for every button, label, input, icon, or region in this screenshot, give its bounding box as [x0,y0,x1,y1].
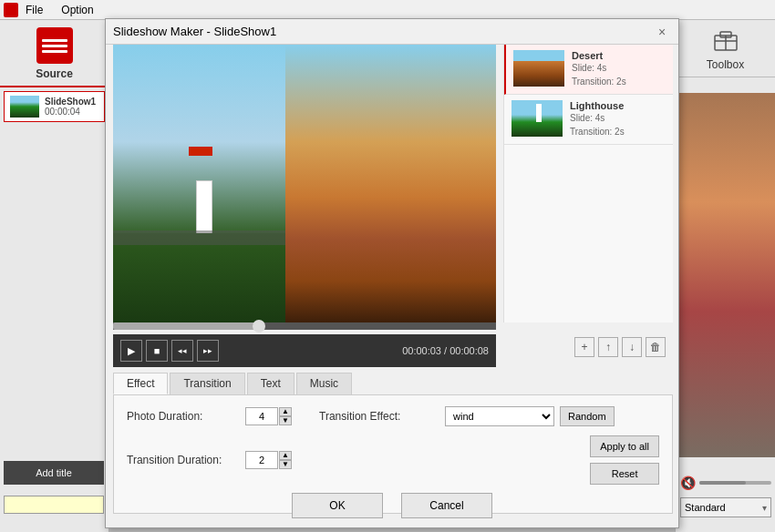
lighthouse-top [189,147,212,156]
play-button[interactable]: ▶ [120,340,142,362]
toolbox-icon-svg [711,28,740,54]
dialog-actions: OK Cancel [106,493,678,518]
toolbox-background-image [675,93,775,457]
app-titlebar: File Option [0,0,775,20]
transition-duration-row: Transition Duration: ▲ ▼ Apply to all Re… [127,435,659,485]
source-icon-line-2 [42,45,67,47]
slide-list: Desert Slide: 4s Transition: 2s Lighthou… [503,45,673,322]
standard-dropdown-value: Standard [685,502,726,513]
slide-actions: + ↑ ↓ 🗑 [503,325,673,369]
photo-duration-down[interactable]: ▼ [279,416,292,425]
transition-duration-label: Transition Duration: [127,454,245,466]
tab-transition[interactable]: Transition [170,373,244,394]
lighthouse-scene [113,45,285,322]
source-text-input[interactable] [4,496,104,514]
toolbox-button[interactable]: Toolbox [676,20,775,77]
slide-delete-button[interactable]: 🗑 [646,337,666,357]
rewind-button[interactable]: ◂◂ [171,340,193,362]
standard-dropdown[interactable]: Standard ▾ [680,497,771,517]
slide-transition-lighthouse: Transition: 2s [570,125,625,138]
slide-slide-lighthouse: Slide: 4s [570,111,625,125]
slide-add-button[interactable]: + [574,337,594,357]
video-progress-thumb [253,320,265,332]
toolbox-label: Toolbox [707,58,744,71]
slide-name-lighthouse: Lighthouse [570,100,625,111]
volume-icon: 🔇 [680,476,696,490]
video-split [113,45,496,322]
app-menu: File Option [22,0,98,19]
source-label: Source [36,67,73,80]
chevron-down-icon: ▾ [762,503,767,513]
cancel-button[interactable]: Cancel [401,493,492,518]
volume-slider-fill [699,481,746,485]
slide-transition-desert: Transition: 2s [572,75,626,88]
source-panel: Source SlideShow1 00:00:04 Add title [0,20,109,532]
video-right-pane [285,45,496,322]
video-time: 00:00:03 / 00:00:08 [402,345,489,356]
video-left-pane [113,45,285,322]
slide-info-desert: Desert Slide: 4s Transition: 2s [572,50,626,88]
slide-name-desert: Desert [572,50,626,61]
tabs-bar: Effect Transition Text Music [113,373,673,395]
transition-duration-spinner: ▲ ▼ [279,451,292,469]
source-item[interactable]: SlideShow1 00:00:04 [4,91,105,122]
dialog-close-button[interactable]: × [653,23,671,41]
slideshow-dialog: Slideshow Maker - SlideShow1 × ▶ ■ ◂◂ ▸▸ [105,18,679,528]
transition-duration-down[interactable]: ▼ [279,460,292,469]
photo-duration-row: Photo Duration: ▲ ▼ Transition Effect: w… [127,406,659,426]
source-item-name: SlideShow1 [45,97,96,107]
tab-music[interactable]: Music [296,373,352,394]
photo-duration-up[interactable]: ▲ [279,407,292,416]
fast-forward-button[interactable]: ▸▸ [197,340,219,362]
transition-effect-label: Transition Effect: [319,410,438,423]
menu-option[interactable]: Option [57,0,97,19]
toolbox-panel: Toolbox 🔇 Standard ▾ [675,20,775,532]
random-button[interactable]: Random [560,406,615,426]
photo-duration-input[interactable] [245,407,278,425]
dialog-title: Slideshow Maker - SlideShow1 [113,25,653,38]
source-icon-line-3 [42,50,67,53]
photo-duration-spinner: ▲ ▼ [279,407,292,425]
source-icon-lines [38,36,71,56]
slide-slide-desert: Slide: 4s [572,61,626,75]
transition-duration-input[interactable] [245,451,278,469]
apply-to-all-button[interactable]: Apply to all [590,435,659,457]
volume-slider[interactable] [699,481,771,485]
ground [113,233,285,322]
slide-item-desert[interactable]: Desert Slide: 4s Transition: 2s [504,45,673,95]
slide-info-lighthouse: Lighthouse Slide: 4s Transition: 2s [570,100,625,138]
stop-button[interactable]: ■ [146,340,168,362]
source-icon [36,27,73,64]
current-time: 00:00:03 [402,345,441,356]
dialog-titlebar: Slideshow Maker - SlideShow1 × [106,19,678,45]
slide-item-lighthouse[interactable]: Lighthouse Slide: 4s Transition: 2s [504,95,673,145]
video-progress-bar[interactable] [113,322,496,330]
source-icon-line-1 [42,39,67,42]
source-item-info: SlideShow1 00:00:04 [45,97,96,117]
ok-button[interactable]: OK [292,493,383,518]
video-progress-fill [113,322,259,330]
photo-duration-label: Photo Duration: [127,410,245,423]
slide-up-button[interactable]: ↑ [598,337,618,357]
source-button[interactable]: Source [0,20,108,87]
source-item-thumbnail [10,96,39,118]
rocks [113,230,285,244]
video-preview [113,45,496,322]
volume-control: 🔇 [680,476,771,490]
transition-duration-up[interactable]: ▲ [279,451,292,460]
menu-file[interactable]: File [22,0,46,19]
reset-button[interactable]: Reset [590,463,659,485]
transition-effect-select[interactable]: wind fade slide zoom [445,406,554,426]
slide-thumbnail-lighthouse [512,100,563,137]
slide-down-button[interactable]: ↓ [622,337,642,357]
tab-text[interactable]: Text [247,373,294,394]
add-title-button[interactable]: Add title [4,461,104,485]
slide-thumbnail-desert [513,50,564,87]
app-icon [4,3,18,17]
toolbox-icon [709,27,742,55]
total-time: 00:00:08 [450,345,489,356]
source-item-time: 00:00:04 [45,107,96,117]
video-controls: ▶ ■ ◂◂ ▸▸ 00:00:03 / 00:00:08 [113,334,496,367]
tab-effect[interactable]: Effect [113,373,168,394]
